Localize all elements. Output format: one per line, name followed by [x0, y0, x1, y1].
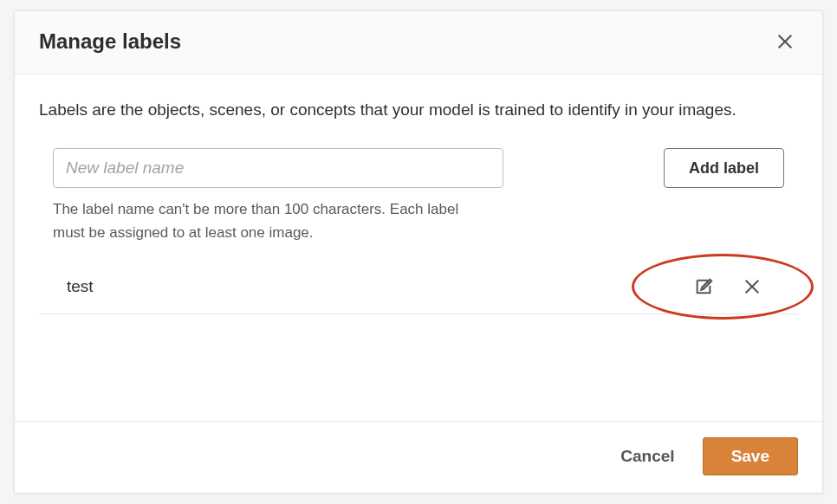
close-icon — [775, 32, 795, 51]
close-icon — [743, 277, 762, 296]
close-button[interactable] — [772, 29, 798, 55]
label-input-row: The label name can't be more than 100 ch… — [39, 148, 798, 244]
label-row: test — [39, 260, 798, 314]
manage-labels-modal: Manage labels Labels are the objects, sc… — [14, 10, 823, 494]
label-name: test — [67, 277, 94, 296]
input-helper-text: The label name can't be more than 100 ch… — [53, 198, 486, 244]
label-row-actions — [691, 274, 784, 300]
edit-icon — [694, 277, 713, 296]
label-list: test — [39, 260, 798, 314]
modal-title: Manage labels — [39, 29, 181, 54]
save-button[interactable]: Save — [703, 437, 798, 475]
label-input-column: The label name can't be more than 100 ch… — [53, 148, 503, 244]
add-label-button[interactable]: Add label — [664, 148, 784, 188]
modal-body: Labels are the objects, scenes, or conce… — [15, 74, 822, 421]
edit-label-button[interactable] — [691, 274, 717, 300]
modal-header: Manage labels — [15, 11, 822, 74]
delete-label-button[interactable] — [739, 274, 765, 300]
cancel-button[interactable]: Cancel — [617, 440, 678, 473]
modal-description: Labels are the objects, scenes, or conce… — [39, 97, 798, 122]
new-label-input[interactable] — [53, 148, 503, 188]
modal-footer: Cancel Save — [15, 421, 822, 493]
